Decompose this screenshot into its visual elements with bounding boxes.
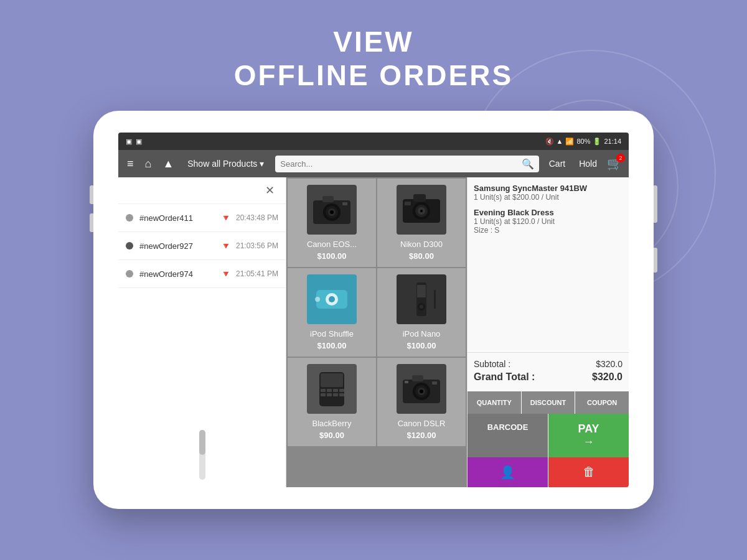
search-icon: 🔍 — [522, 158, 534, 170]
product-price-nikon: $80.00 — [409, 251, 434, 261]
product-name-canon-dslr2: Canon DSLR — [398, 419, 446, 428]
order-item-2[interactable]: #newOrder927 🔻 21:03:56 PM — [118, 232, 286, 260]
quantity-button[interactable]: QUANTITY — [467, 391, 521, 414]
product-card-canon-dslr2[interactable]: Canon DSLR $120.00 — [377, 358, 466, 446]
cart-item-detail-samsung: 1 Unit(s) at $200.00 / Unit — [474, 193, 622, 202]
barcode-button[interactable]: BARCODE — [467, 414, 548, 457]
svg-point-12 — [420, 210, 423, 212]
clock: 21:14 — [604, 138, 621, 145]
product-price-canon-dslr2: $120.00 — [407, 431, 436, 440]
toolbar: ≡ ⌂ ▲ Show all Products ▾ 🔍 Cart Hold 🛒 … — [118, 150, 629, 177]
scrollbar-thumb[interactable] — [199, 430, 205, 455]
subtotal-label: Subtotal : — [474, 359, 510, 369]
cart-item-dress: Evening Black Dress 1 Unit(s) at $120.0 … — [474, 208, 622, 235]
scrollbar-track[interactable] — [199, 430, 205, 480]
volume-down-button[interactable] — [90, 213, 93, 232]
product-image-blackberry — [307, 364, 357, 414]
svg-rect-6 — [342, 202, 347, 205]
mute-icon: 🔇 — [545, 138, 554, 146]
svg-rect-29 — [327, 393, 332, 396]
product-card-canon-eos[interactable]: Canon EOS... $100.00 — [288, 179, 376, 267]
product-name-ipod-shuffle: iPod Shuffle — [310, 329, 354, 338]
cart-item-samsung: Samsung SyncMaster 941BW 1 Unit(s) at $2… — [474, 184, 622, 202]
discount-button[interactable]: DISCOUNT — [522, 391, 575, 414]
product-image-ipod-nano — [397, 274, 446, 324]
order-time-1: 20:43:48 PM — [236, 213, 278, 222]
bottom-actions: BARCODE PAY → — [467, 414, 629, 457]
order-id-2: #newOrder927 — [139, 241, 215, 251]
offline-icon-3: 🔻 — [220, 269, 231, 279]
cart-panel: Samsung SyncMaster 941BW 1 Unit(s) at $2… — [467, 177, 629, 487]
page-title: VIEW OFFLINE ORDERS — [234, 25, 513, 92]
order-time-3: 21:05:41 PM — [236, 269, 278, 278]
svg-rect-25 — [321, 389, 326, 392]
svg-rect-39 — [432, 381, 437, 385]
grand-total-row: Grand Total : $320.0 — [474, 371, 622, 383]
svg-point-16 — [329, 296, 335, 302]
product-name-ipod-nano: iPod Nano — [403, 329, 441, 338]
power-button[interactable] — [654, 185, 657, 223]
svg-rect-32 — [339, 389, 344, 392]
svg-point-38 — [420, 390, 423, 393]
volume-up-button[interactable] — [90, 185, 93, 204]
grand-total-label: Grand Total : — [474, 371, 535, 383]
search-input[interactable] — [280, 159, 517, 169]
svg-point-21 — [420, 305, 423, 309]
svg-rect-28 — [321, 393, 326, 396]
cart-item-size-dress: Size : S — [474, 226, 622, 235]
pay-arrow-icon: → — [583, 436, 594, 449]
svg-rect-1 — [322, 196, 334, 202]
pay-button[interactable]: PAY → — [548, 414, 629, 457]
product-card-nikon-d300[interactable]: Nikon D300 $80.00 — [377, 179, 466, 267]
home-icon[interactable]: ⌂ — [143, 155, 154, 173]
close-orders-panel-button[interactable]: ✕ — [261, 182, 278, 198]
trash-icon: 🗑 — [583, 465, 595, 478]
status-bar-right: 🔇 ▲ 📶 80% 🔋 21:14 — [545, 138, 621, 146]
svg-rect-24 — [321, 373, 343, 387]
wifi-status-icon: ▲ — [557, 138, 563, 145]
svg-point-5 — [330, 210, 334, 214]
svg-rect-34 — [412, 375, 423, 381]
coupon-button[interactable]: COUPON — [575, 391, 629, 414]
svg-rect-40 — [405, 381, 408, 383]
product-image-nikon-d300 — [397, 185, 446, 235]
search-bar[interactable]: 🔍 — [275, 156, 538, 172]
product-name-nikon: Nikon D300 — [400, 240, 443, 249]
product-price-blackberry: $90.00 — [319, 431, 344, 440]
product-name-blackberry: BlackBerry — [312, 419, 352, 428]
show-products-button[interactable]: Show all Products ▾ — [182, 156, 269, 171]
svg-rect-22 — [434, 290, 436, 309]
hold-label: Hold — [575, 159, 601, 169]
order-id-1: #newOrder411 — [139, 213, 215, 223]
order-time-2: 21:03:56 PM — [236, 241, 278, 250]
delete-button[interactable]: 🗑 — [548, 457, 629, 487]
product-price-ipod-shuffle: $100.00 — [317, 341, 347, 350]
extra-actions: 👤 🗑 — [467, 457, 629, 487]
svg-rect-8 — [413, 194, 426, 202]
order-item-3[interactable]: #newOrder974 🔻 21:05:41 PM — [118, 260, 286, 288]
menu-icon[interactable]: ≡ — [125, 155, 136, 173]
customer-button[interactable]: 👤 — [467, 457, 548, 487]
wifi-toolbar-icon: ▲ — [160, 155, 176, 173]
order-id-3: #newOrder974 — [139, 269, 215, 279]
order-item-1[interactable]: #newOrder411 🔻 20:43:48 PM — [118, 204, 286, 232]
pay-label: PAY — [578, 422, 599, 436]
subtotal-row: Subtotal : $320.0 — [474, 359, 622, 369]
product-card-blackberry[interactable]: BlackBerry $90.00 — [288, 358, 376, 446]
order-dot-1 — [126, 214, 133, 222]
customer-icon: 👤 — [500, 465, 515, 479]
cart-badge: 2 — [616, 154, 625, 162]
home-button[interactable] — [654, 248, 657, 273]
subtotal-value: $320.0 — [596, 359, 622, 369]
status-bar-left: ▣ ▣ — [126, 138, 142, 146]
svg-point-17 — [315, 297, 320, 302]
product-card-ipod-shuffle[interactable]: iPod Shuffle $100.00 — [288, 268, 376, 357]
grand-total-value: $320.0 — [592, 371, 622, 383]
cart-item-name-dress: Evening Black Dress — [474, 208, 622, 217]
order-dot-3 — [126, 270, 133, 278]
offline-icon-1: 🔻 — [220, 213, 231, 223]
cart-items-list: Samsung SyncMaster 941BW 1 Unit(s) at $2… — [467, 177, 629, 352]
cart-button[interactable]: 🛒 2 — [607, 156, 622, 171]
product-price-canon-eos: $100.00 — [317, 251, 347, 261]
product-card-ipod-nano[interactable]: iPod Nano $100.00 — [377, 268, 466, 357]
